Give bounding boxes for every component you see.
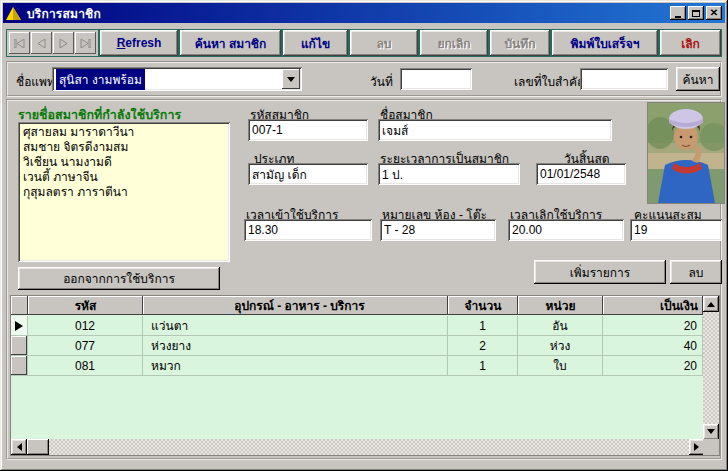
list-item[interactable]: ศุสายลม มาราดาวีนา [23, 125, 225, 140]
row-selector[interactable] [11, 336, 28, 356]
scroll-left-icon [13, 443, 22, 451]
cell-unit: ใบ [518, 356, 603, 376]
find-button[interactable]: ค้นหา [676, 67, 720, 91]
col-header-item: อุปกรณ์ - อาหาร - บริการ [143, 296, 448, 315]
doctor-selected-value: สุนิสา งามพร้อม [56, 69, 145, 90]
next-record-button[interactable] [53, 32, 74, 54]
table-row[interactable]: 012 แว่นตา 1 อัน 20 [11, 316, 703, 336]
cell-amount: 40 [603, 336, 703, 356]
refresh-button[interactable]: Refresh [99, 29, 179, 57]
chevron-down-icon [287, 77, 295, 86]
membership-duration-input[interactable] [378, 163, 520, 185]
current-row-marker-icon [15, 321, 28, 331]
vertical-scrollbar[interactable] [703, 296, 719, 440]
record-nav-group [6, 29, 99, 57]
scroll-right-icon [694, 443, 703, 451]
print-receipt-button[interactable]: พิมพ์ใบเสร็จฯ [551, 29, 659, 57]
items-table: รหัส อุปกรณ์ - อาหาร - บริการ จำนวน หน่ว… [10, 295, 720, 456]
table-row[interactable]: 077 ห่วงยาง 2 ห่วง 40 [11, 336, 703, 356]
last-record-icon [80, 39, 91, 48]
cell-qty: 2 [448, 336, 518, 356]
cell-code: 077 [28, 336, 143, 356]
toolbar: Refresh ค้นหา สมาชิก แก้ไข ลบ ยกเลิก บัน… [6, 27, 722, 59]
member-name-input[interactable] [378, 119, 612, 141]
cell-unit: อัน [518, 316, 603, 336]
col-header-code: รหัส [28, 296, 143, 315]
selector-header-cell [11, 296, 28, 315]
window-title: บริการสมาชิก [27, 4, 101, 23]
main-panel: รายชื่อสมาชิกที่กำลังใช้บริการ ศุสายลม ม… [6, 99, 722, 460]
next-record-icon [59, 39, 68, 48]
table-row[interactable]: 081 หมวก 1 ใบ 20 [11, 356, 703, 376]
list-item[interactable]: เวนตี้ ภาษาจีน [23, 170, 225, 185]
cell-qty: 1 [448, 316, 518, 336]
cell-unit: ห่วง [518, 336, 603, 356]
prev-record-button[interactable] [31, 32, 52, 54]
time-in-input[interactable] [244, 219, 372, 241]
maximize-button[interactable] [688, 6, 704, 20]
doc-no-label: เลขที่ใบสำคัญ [514, 72, 587, 91]
cell-item: หมวก [143, 356, 448, 376]
cancel-button: ยกเลิก [419, 29, 489, 57]
member-code-input[interactable] [248, 119, 368, 141]
doctor-combobox[interactable]: สุนิสา งามพร้อม [52, 67, 302, 91]
edit-button[interactable]: แก้ไข [282, 29, 349, 57]
col-header-amount: เป็นเงิน [603, 296, 703, 315]
col-header-unit: หน่วย [518, 296, 603, 315]
member-type-input[interactable] [248, 163, 368, 185]
scroll-left-button[interactable] [11, 439, 27, 455]
filter-panel: ชื่อแพทย์ สุนิสา งามพร้อม วันที่ เลขที่ใ… [6, 61, 722, 97]
cell-amount: 20 [603, 316, 703, 336]
prev-record-icon [37, 39, 46, 48]
horizontal-scrollbar[interactable] [11, 439, 705, 455]
doc-no-input[interactable] [580, 68, 668, 90]
first-record-icon [14, 39, 25, 48]
list-item[interactable]: กุสุมลตรา ภาราตีนา [23, 185, 225, 200]
last-record-button[interactable] [75, 32, 96, 54]
room-table-input[interactable] [380, 219, 496, 241]
add-item-button[interactable]: เพิ่มรายการ [534, 260, 666, 284]
search-member-button[interactable]: ค้นหา สมาชิก [179, 29, 282, 57]
date-input[interactable] [400, 68, 472, 90]
time-out-input[interactable] [508, 219, 624, 241]
active-members-listbox[interactable]: ศุสายลม มาราดาวีนา สมชาย จิตรดีงามสม วิเ… [18, 122, 230, 262]
app-icon [6, 7, 21, 20]
horizontal-scroll-thumb[interactable] [27, 439, 49, 455]
row-selector[interactable] [11, 356, 28, 376]
refresh-label: Refresh [117, 36, 162, 50]
quit-button[interactable]: เลิก [659, 29, 722, 57]
scroll-down-button[interactable] [703, 424, 719, 440]
scroll-down-icon [707, 429, 715, 438]
points-input[interactable] [630, 219, 722, 241]
table-header-row: รหัส อุปกรณ์ - อาหาร - บริการ จำนวน หน่ว… [11, 296, 703, 316]
cell-code: 081 [28, 356, 143, 376]
scroll-up-icon [707, 298, 715, 307]
cell-amount: 20 [603, 356, 703, 376]
scrollbar-corner [703, 439, 719, 455]
current-row-selector[interactable] [11, 316, 28, 336]
leave-service-button[interactable]: ออกจากการใช้บริการ [18, 267, 220, 290]
scroll-up-button[interactable] [703, 296, 719, 312]
combo-dropdown-button[interactable] [282, 69, 300, 89]
col-header-qty: จำนวน [448, 296, 518, 315]
minimize-icon [675, 16, 681, 18]
cell-item: ห่วงยาง [143, 336, 448, 356]
cell-code: 012 [28, 316, 143, 336]
minimize-button[interactable] [670, 6, 686, 20]
save-button: บันทึก [489, 29, 551, 57]
end-date-input[interactable] [536, 163, 626, 185]
delete-button: ลบ [349, 29, 419, 57]
close-button[interactable]: ✕ [706, 6, 722, 20]
items-grid: รหัส อุปกรณ์ - อาหาร - บริการ จำนวน หน่ว… [11, 296, 703, 440]
list-item[interactable]: สมชาย จิตรดีงามสม [23, 140, 225, 155]
close-icon: ✕ [710, 8, 718, 18]
delete-item-button[interactable]: ลบ [670, 260, 722, 284]
titlebar: บริการสมาชิก ✕ [3, 3, 725, 23]
date-label: วันที่ [370, 72, 393, 91]
first-record-button[interactable] [9, 32, 30, 54]
cell-qty: 1 [448, 356, 518, 376]
app-window: บริการสมาชิก ✕ Refresh ค้นหา สมาชิก แก้ไ… [0, 0, 728, 471]
cell-item: แว่นตา [143, 316, 448, 336]
list-item[interactable]: วิเชียน นามงามดี [23, 155, 225, 170]
member-photo [648, 103, 724, 203]
